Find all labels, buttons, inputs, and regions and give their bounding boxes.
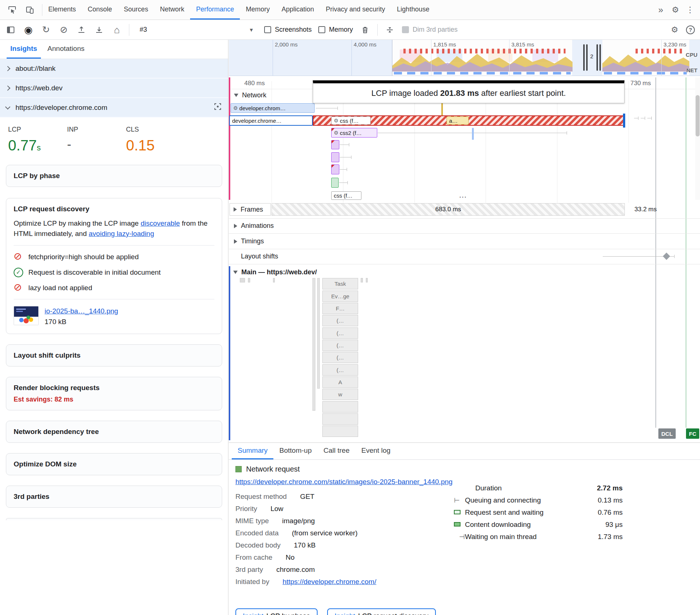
metric-lcp[interactable]: LCP 0.77s: [8, 126, 67, 154]
card-optimize-dom-size[interactable]: Optimize DOM size: [6, 453, 222, 475]
dim-3rd-parties-checkbox[interactable]: [402, 26, 409, 33]
metric-cls[interactable]: CLS 0.15: [126, 126, 185, 154]
animations-track-header[interactable]: Animations: [234, 222, 274, 230]
help-icon[interactable]: ?: [686, 25, 695, 34]
card-render-blocking[interactable]: Render blocking requests Est savings: 82…: [6, 377, 222, 410]
overflow-ellipsis[interactable]: …: [459, 190, 468, 200]
minimap-window[interactable]: 1,815 ms 3,815 ms: [392, 40, 572, 76]
tab-sources[interactable]: Sources: [118, 0, 154, 20]
small-request-3[interactable]: [331, 164, 339, 174]
more-menu-icon[interactable]: ⋮: [685, 4, 696, 15]
tiny-task[interactable]: [361, 278, 363, 282]
narrow-task-bar[interactable]: [312, 278, 315, 411]
tiny-task[interactable]: [240, 278, 245, 282]
download-profile-icon[interactable]: [94, 24, 105, 35]
minimap-left-handle[interactable]: [583, 44, 588, 71]
nav-item-web-dev[interactable]: https://web.dev: [0, 79, 228, 98]
more-tabs-chevron-icon[interactable]: »: [655, 5, 666, 15]
dim-3rd-parties-row[interactable]: Dim 3rd parties: [402, 26, 458, 34]
tab-call-tree[interactable]: Call tree: [318, 443, 356, 459]
task-cell[interactable]: w: [322, 389, 358, 400]
screenshots-checkbox[interactable]: [264, 26, 271, 33]
card-partial[interactable]: [6, 518, 222, 520]
clear-icon[interactable]: ⊘: [58, 24, 69, 35]
tiny-task[interactable]: [248, 278, 250, 282]
capture-settings-gear-icon[interactable]: ⚙: [669, 24, 680, 35]
small-request-4[interactable]: [331, 178, 339, 188]
metric-inp[interactable]: INP -: [67, 126, 126, 154]
inspect-icon[interactable]: [7, 4, 18, 15]
network-request-bar[interactable]: ⚙ developer.chrom…: [231, 103, 315, 113]
tab-summary[interactable]: Summary: [232, 443, 273, 459]
request-url-link[interactable]: https://developer.chrome.com/static/imag…: [235, 478, 452, 486]
task-cell[interactable]: (…: [322, 315, 358, 326]
tab-privacy-security[interactable]: Privacy and security: [320, 0, 391, 20]
card-3rd-parties[interactable]: 3rd parties: [6, 486, 222, 508]
small-request-2[interactable]: [331, 152, 339, 162]
network-request-bar-selected[interactable]: developer.chrome…: [229, 115, 313, 126]
screenshots-checkbox-row[interactable]: Screenshots: [264, 26, 312, 34]
insight-lcp-by-phase-button[interactable]: Insight LCP by phase: [235, 608, 318, 615]
task-cell[interactable]: Ev…ge: [322, 291, 358, 302]
css2-request-bar[interactable]: ⚙ css2 (f…: [331, 128, 377, 138]
task-cell[interactable]: [322, 401, 358, 413]
task-cell[interactable]: (…: [322, 352, 358, 363]
css-request-bar[interactable]: ⚙ css (f…: [331, 117, 371, 125]
inspect-origin-icon[interactable]: [213, 102, 222, 113]
card-network-dependency-tree[interactable]: Network dependency tree: [6, 421, 222, 443]
timings-track-header[interactable]: Timings: [234, 237, 264, 245]
nav-item-about-blank[interactable]: about://blank: [0, 59, 228, 79]
card-layout-shift-culprits[interactable]: Layout shift culprits: [6, 344, 222, 366]
sidebar-tab-insights[interactable]: Insights: [7, 40, 41, 59]
task-cell[interactable]: [322, 425, 358, 437]
settings-gear-icon[interactable]: ⚙: [670, 4, 681, 15]
garbage-collect-icon[interactable]: [360, 24, 371, 35]
tab-performance[interactable]: Performance: [190, 0, 240, 20]
tiny-task[interactable]: [273, 278, 275, 282]
font-request-bar[interactable]: a…: [447, 117, 469, 125]
memory-checkbox[interactable]: [318, 26, 325, 33]
task-cell[interactable]: A: [322, 376, 358, 388]
task-cell[interactable]: (…: [322, 327, 358, 339]
memory-checkbox-row[interactable]: Memory: [318, 26, 353, 34]
tiny-task[interactable]: [366, 278, 368, 282]
tab-console[interactable]: Console: [82, 0, 118, 20]
frames-bar[interactable]: 683.0 ms: [272, 203, 625, 216]
avoiding-lazy-loading-link[interactable]: avoiding lazy-loading: [89, 230, 154, 237]
upload-profile-icon[interactable]: [76, 24, 87, 35]
task-cell[interactable]: (…: [322, 364, 358, 376]
task-cell[interactable]: [322, 413, 358, 425]
tab-memory[interactable]: Memory: [240, 0, 276, 20]
record-icon[interactable]: ◉: [23, 24, 34, 35]
main-track-header[interactable]: Main — https://web.dev/: [233, 268, 317, 276]
tab-lighthouse[interactable]: Lighthouse: [391, 0, 435, 20]
tab-application[interactable]: Application: [276, 0, 320, 20]
scrollbar-thumb[interactable]: [696, 95, 700, 136]
reload-record-icon[interactable]: ↻: [41, 24, 52, 35]
sidebar-tab-annotations[interactable]: Annotations: [44, 40, 88, 59]
history-select[interactable]: #3 ▼: [136, 24, 258, 35]
task-cell[interactable]: Task: [322, 278, 358, 289]
layout-shifts-track-header[interactable]: Layout shifts: [241, 253, 278, 260]
task-cell[interactable]: F…: [322, 303, 358, 314]
device-toolbar-icon[interactable]: [24, 4, 35, 15]
timeline-minimap[interactable]: 2,000 ms 4,000 ms 1,815 ms 3,815 ms 2 ms: [229, 40, 700, 76]
toggle-sidebar-icon[interactable]: [5, 24, 16, 35]
collapse-tracks-icon[interactable]: [384, 24, 395, 35]
narrow-task-bar[interactable]: [317, 278, 320, 389]
minimap-right-handle[interactable]: [596, 44, 601, 71]
frames-track-header[interactable]: Frames: [230, 203, 271, 216]
tab-event-log[interactable]: Event log: [356, 443, 396, 459]
home-icon[interactable]: ⌂: [111, 24, 122, 35]
nav-item-developer-chrome[interactable]: https://developer.chrome.com: [0, 98, 228, 118]
small-request-1[interactable]: [331, 140, 339, 149]
clipped-css-request[interactable]: css (f…: [331, 191, 361, 200]
tab-elements[interactable]: Elements: [42, 0, 82, 20]
tab-network[interactable]: Network: [154, 0, 190, 20]
discoverable-link[interactable]: discoverable: [141, 219, 180, 227]
tab-bottom-up[interactable]: Bottom-up: [273, 443, 318, 459]
minimap-right-region[interactable]: 3,230 ms: [602, 40, 689, 76]
insight-lcp-request-discovery-button[interactable]: Insight LCP request discovery: [327, 608, 436, 615]
network-track-header[interactable]: Network: [234, 91, 266, 99]
task-cell[interactable]: (…: [322, 340, 358, 351]
